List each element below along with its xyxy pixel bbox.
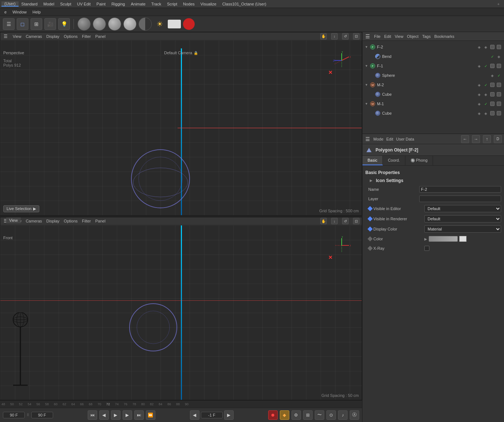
- menu-help[interactable]: Help: [29, 10, 44, 14]
- light-btn[interactable]: 💡: [58, 18, 70, 30]
- obj-tag1-f1[interactable]: [489, 63, 495, 69]
- obj-vis-f2[interactable]: ◈: [476, 44, 482, 50]
- obj-item-f1[interactable]: ▼ F F-1 ◈ ✓: [362, 61, 504, 71]
- props-name-input[interactable]: [419, 186, 501, 193]
- tl-curve-btn[interactable]: ⊙: [326, 410, 336, 420]
- expand-f1[interactable]: ▼: [365, 64, 368, 68]
- obj-vis-cube2[interactable]: ◈: [476, 110, 482, 116]
- obj-vis-bend[interactable]: ✓: [489, 54, 495, 59]
- vp-expand-btn[interactable]: ⊡: [353, 33, 360, 40]
- diamond-color[interactable]: [368, 236, 373, 241]
- tl-extra-btn[interactable]: Ⓐ: [350, 410, 359, 420]
- props-nav-back[interactable]: ←: [461, 135, 469, 143]
- vp-menu-filter[interactable]: Filter: [82, 34, 91, 39]
- expand-m2[interactable]: ▼: [365, 83, 368, 87]
- tl-prev-frame[interactable]: ◀: [99, 410, 109, 420]
- tl-goto-end[interactable]: ⏭: [134, 410, 144, 420]
- vp-menu-display[interactable]: Display: [46, 34, 59, 39]
- vp2-menu-options[interactable]: Options: [64, 219, 78, 223]
- vp-menu-cameras[interactable]: Cameras: [26, 34, 42, 39]
- tab-track[interactable]: Track: [148, 2, 164, 6]
- obj-lock-sphere[interactable]: ✓: [496, 72, 502, 78]
- vp-down-btn[interactable]: ↓: [331, 33, 338, 40]
- vp2-menu-cameras[interactable]: Cameras: [26, 219, 42, 223]
- sun-btn[interactable]: ☀: [154, 18, 166, 30]
- tab-standard[interactable]: Standard: [19, 2, 41, 6]
- obj-menu-object[interactable]: Object: [407, 34, 418, 39]
- obj-tag2-cube2[interactable]: [496, 110, 502, 116]
- obj-tag1-m1[interactable]: [489, 101, 495, 107]
- selection-mode-btn[interactable]: ◻: [17, 18, 28, 30]
- vp2-expand-btn[interactable]: ⊡: [353, 218, 360, 224]
- tab-uvedit[interactable]: UV Edit: [74, 2, 94, 6]
- render-sphere-1[interactable]: [78, 17, 91, 31]
- diamond-vis-renderer[interactable]: [368, 216, 373, 221]
- props-menu-userdata[interactable]: User Data: [396, 137, 414, 141]
- tab-paint[interactable]: Paint: [94, 2, 108, 6]
- obj-menu-tags[interactable]: Tags: [422, 34, 430, 39]
- red-circle-btn[interactable]: [183, 18, 195, 30]
- obj-vis-m1[interactable]: ◈: [476, 101, 482, 107]
- obj-tag2-f2[interactable]: [496, 44, 502, 50]
- obj-tag1-f2[interactable]: [489, 44, 495, 50]
- obj-tag2-m1[interactable]: [496, 101, 502, 107]
- tl-settings-btn[interactable]: ⚙: [291, 410, 301, 420]
- obj-item-m1[interactable]: ▼ M M-1 ◈ ✓: [362, 99, 504, 109]
- vp2-refresh-btn[interactable]: ↺: [342, 218, 349, 224]
- expand-cube1[interactable]: [370, 92, 373, 96]
- tl-play[interactable]: ▶: [111, 410, 120, 420]
- props-layer-input[interactable]: [419, 196, 501, 202]
- vp-menu-view[interactable]: View: [13, 34, 21, 39]
- tab-nodes[interactable]: Nodes: [180, 2, 198, 6]
- expand-m1[interactable]: ▼: [365, 102, 368, 106]
- obj-menu-file[interactable]: File: [374, 34, 381, 39]
- current-frame-display[interactable]: -1 F: [201, 412, 223, 418]
- obj-vis-f1[interactable]: ◈: [476, 63, 482, 69]
- vp2-hand-btn[interactable]: ✋: [320, 218, 327, 224]
- vis-renderer-dropdown[interactable]: Default On Off: [424, 215, 501, 222]
- obj-vis-m2[interactable]: ◈: [476, 82, 482, 88]
- frame-end-display[interactable]: 90 F: [31, 412, 53, 418]
- half-sphere-btn[interactable]: [139, 17, 152, 31]
- obj-menu-edit[interactable]: Edit: [384, 34, 391, 39]
- tab-add-btn[interactable]: +: [495, 2, 503, 6]
- obj-menu-bookmarks[interactable]: Bookmarks: [434, 34, 454, 39]
- tab-animate[interactable]: Animate: [128, 2, 148, 6]
- basic-props-header[interactable]: Basic Properties: [362, 169, 504, 177]
- camera-btn[interactable]: 🎥: [44, 18, 56, 30]
- diamond-xray[interactable]: [368, 246, 373, 251]
- tl-motion-btn[interactable]: 〜: [315, 410, 324, 420]
- obj-tag2-f1[interactable]: [496, 63, 502, 69]
- tl-keyframe-btn[interactable]: ◆: [280, 410, 289, 420]
- move-mode-btn[interactable]: ⊞: [31, 18, 42, 30]
- obj-item-cube1[interactable]: Cube ◈ ◈: [362, 90, 504, 99]
- tab-basic[interactable]: Basic: [362, 156, 383, 165]
- obj-lock-m2[interactable]: ✓: [483, 82, 489, 88]
- render-sphere-3[interactable]: [108, 17, 121, 31]
- vp2-menu-panel[interactable]: Panel: [95, 219, 106, 223]
- color-swatch[interactable]: [429, 236, 458, 242]
- menu-window[interactable]: Window: [9, 10, 29, 14]
- obj-mgr-icon[interactable]: ☰: [365, 33, 370, 39]
- diamond-vis-editor[interactable]: [368, 206, 373, 211]
- white-rect-btn[interactable]: [168, 20, 181, 28]
- expand-cube2[interactable]: [370, 111, 373, 115]
- tl-audio-btn[interactable]: ♪: [338, 410, 348, 420]
- tab-model[interactable]: Model: [40, 2, 57, 6]
- tab-class101[interactable]: Class101_Octane (User): [219, 2, 269, 6]
- obj-vis-sphere[interactable]: ◈: [489, 72, 495, 78]
- render-sphere-2[interactable]: [93, 17, 106, 31]
- obj-tag2-m2[interactable]: [496, 82, 502, 88]
- expand-sphere[interactable]: [370, 74, 373, 77]
- vp-menu-panel[interactable]: Panel: [95, 34, 106, 39]
- obj-lock-m1[interactable]: ✓: [483, 101, 489, 107]
- xray-checkbox[interactable]: [424, 246, 429, 251]
- obj-tag2-cube1[interactable]: [496, 91, 502, 97]
- props-nav-D[interactable]: D: [494, 135, 502, 143]
- tab-coord[interactable]: Coord.: [383, 156, 405, 165]
- props-nav-fwd[interactable]: →: [472, 135, 480, 143]
- live-selection-badge[interactable]: Live Selection ▶: [3, 205, 39, 212]
- obj-tag1-cube1[interactable]: [489, 91, 495, 97]
- vp2-menu-display[interactable]: Display: [46, 219, 59, 223]
- obj-menu-view[interactable]: View: [395, 34, 404, 39]
